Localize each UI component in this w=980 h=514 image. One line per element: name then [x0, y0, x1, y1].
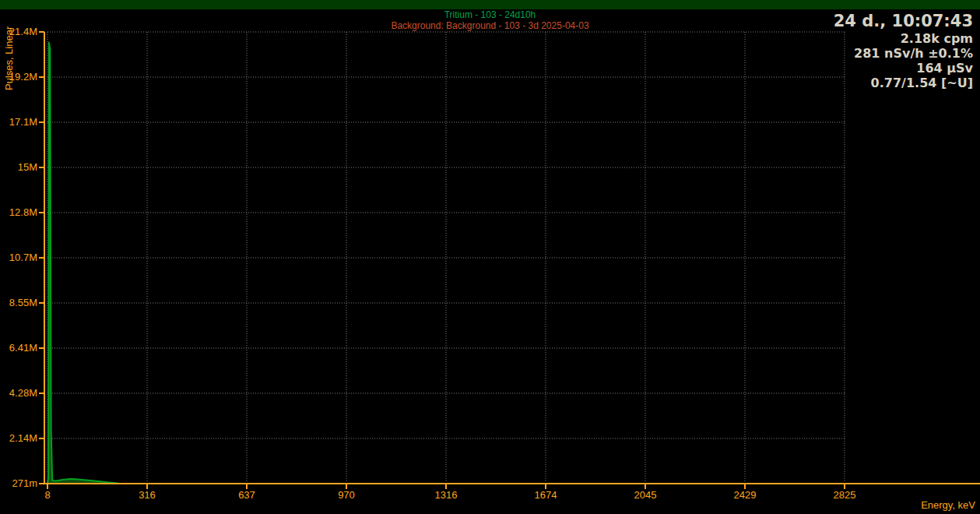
x-tick-label: 316	[139, 489, 156, 501]
y-tick-label: 271m	[12, 477, 37, 489]
x-tick-label: 970	[338, 489, 355, 501]
y-tick-label: 6.41M	[9, 342, 37, 354]
x-tick-label: 1316	[435, 489, 458, 501]
y-tick-label: 8.55M	[9, 297, 37, 308]
x-tick-label: 637	[238, 489, 255, 501]
y-axis-title: Pulses, Linear	[3, 26, 15, 90]
spectrum-chart[interactable]: 831663797013161674204524292825271m2.14M4…	[0, 0, 980, 514]
y-tick-label: 2.14M	[9, 432, 37, 444]
spectrum-line	[47, 43, 122, 484]
x-tick-label: 2045	[634, 489, 657, 501]
y-tick-label: 4.28M	[9, 387, 37, 399]
y-tick-label: 17.1M	[9, 116, 37, 128]
spectrum-app-window: Tritium - 103 - 24d10h Background: Backg…	[0, 0, 980, 514]
y-tick-label: 10.7M	[9, 252, 37, 263]
x-axis-title: Energy, keV	[921, 499, 975, 511]
x-tick-label: 2825	[834, 489, 856, 501]
spectrum-area	[47, 43, 122, 484]
x-tick-label: 2429	[734, 489, 757, 501]
y-tick-label: 12.8M	[9, 206, 37, 218]
y-tick-label: 15M	[18, 161, 37, 173]
x-tick-label: 1674	[535, 489, 557, 501]
x-tick-label: 8	[44, 489, 50, 501]
